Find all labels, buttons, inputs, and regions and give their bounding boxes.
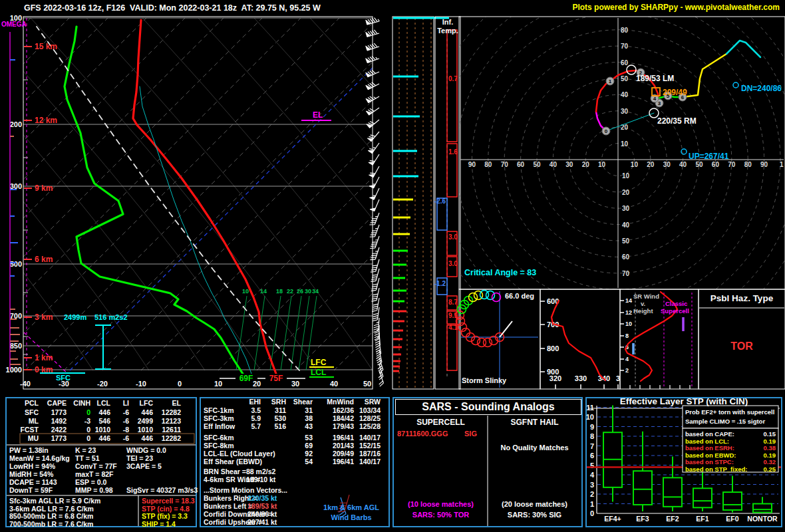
inf-temp-title-1: Inf.: [434, 18, 461, 27]
ring-label: 60: [517, 161, 525, 168]
kin-header: SRW: [365, 398, 381, 406]
lfc-label: LFC: [311, 358, 327, 367]
ring-label: 60: [622, 253, 630, 261]
slinky-angle-label: 66.0 deg: [505, 292, 534, 301]
kin-extra-label: BRN Shear =: [204, 467, 246, 475]
kin-cell: 152/15: [359, 442, 381, 450]
pcl-cell: -6: [123, 408, 129, 416]
stp-prob-value: 0.15: [764, 430, 776, 438]
kin-cell: 69: [305, 442, 313, 450]
advection-value: 8.7: [448, 299, 458, 306]
hodograph-trace-9-12km: [726, 41, 760, 57]
stp-box-EF1: [693, 471, 712, 511]
temperature-profile: [133, 20, 276, 374]
ring-label: 10: [598, 161, 606, 168]
pcl-header: CAPE: [47, 399, 67, 407]
kin-row-label: SFC-8km: [204, 442, 234, 450]
pcl-header: PCL: [25, 399, 39, 407]
kin-cell: 311: [275, 406, 286, 414]
thermo-item: DCAPE = 1143: [9, 478, 57, 486]
kin-cell: 201/43: [333, 442, 354, 450]
kin-row-label: Eff Inflow: [204, 422, 236, 430]
temperature-label: 20: [253, 380, 261, 388]
inf-temp-title-2: Temp.: [434, 27, 461, 35]
stp-ylabel: 0: [590, 509, 594, 517]
pcl-cell: 1010: [95, 426, 111, 434]
wind-barb-icon: [378, 358, 383, 373]
storm-motion-label: 209/49: [663, 88, 687, 97]
storm-motion-label: 189/53 LM: [636, 74, 674, 83]
index-item: SHIP = 1.4: [142, 520, 176, 528]
stp-ylabel: 5: [590, 462, 594, 469]
stp-ylabel: 10: [586, 413, 594, 421]
sars-hail-header: SGFNT HAIL: [488, 418, 581, 428]
stp-prob-value: 0.25: [764, 466, 776, 473]
pcl-header: LFC: [140, 399, 154, 407]
pcl-cell: -8: [123, 426, 129, 434]
index-item: STP (cin) = 4.8: [142, 505, 190, 513]
ring-label: 30: [621, 108, 629, 115]
stp-prob-label: based on STPC:: [685, 458, 734, 466]
kin-cell: 38: [305, 414, 313, 422]
pcl-cell: -6: [123, 417, 129, 425]
mixing-ratio-label: 30: [305, 288, 311, 295]
ring-label: 80: [621, 27, 629, 34]
pcl-cell: 446: [98, 434, 110, 442]
thermo-item: MidRH = 54%: [9, 470, 54, 478]
surface-temp-label: 75F: [269, 374, 283, 383]
kin-cell: 53: [305, 434, 313, 442]
ring-label: 30: [663, 161, 671, 168]
kin-cell: 196/41: [333, 434, 354, 442]
lapse-rate-item: 3-6km AGL LR = 7.6 C/km: [9, 505, 94, 513]
sars-hail-loose: (20 loose matches): [488, 500, 581, 509]
kin-cell: 5.7: [251, 422, 261, 430]
stp-legend-line2: Sample CLIMO = .15 sigtor: [685, 418, 765, 425]
windbarb-caption-2: Wind Barbs: [311, 513, 391, 522]
pcl-cell: 546: [98, 417, 110, 425]
pressure-label: 500: [10, 260, 22, 268]
stp-prob-label: based on LCL:: [685, 438, 729, 445]
storm-motion-value: 189/53 kt: [247, 502, 277, 510]
pressure-label: 1000: [6, 366, 22, 374]
kin-cell: 125/28: [359, 422, 381, 430]
pcl-cell: 1773: [51, 434, 67, 442]
pcl-cell: 1773: [51, 408, 67, 416]
pcl-row-label: MU: [28, 434, 39, 442]
temperature-label: 30: [291, 380, 299, 388]
height-label: 12 km: [35, 116, 57, 125]
storm-motion-title: ...Storm Motion Vectors...: [204, 486, 287, 494]
pcl-cell: 446: [141, 408, 153, 416]
thetae-xlabel: 3: [616, 374, 620, 382]
km-marker: 1: [609, 78, 612, 84]
index-item: Supercell = 18.3: [142, 497, 195, 505]
sars-hail-none: No Quality Matches: [488, 444, 581, 452]
stp-category: EF0: [726, 515, 738, 523]
thermo-item: 3CAPE = 5: [126, 462, 162, 470]
slinky-title: Storm Slinky: [462, 376, 506, 385]
inflow-height-label: 2499m: [64, 313, 86, 321]
pcl-header: CINH: [73, 399, 90, 407]
kin-cell: 54: [305, 458, 313, 466]
stp-prob-value: 0.32: [764, 458, 776, 466]
thermo-item: SigSvr = 40327 m3/s3: [126, 486, 198, 494]
kin-cell: 3.5: [251, 406, 261, 414]
pcl-cell: 1492: [51, 417, 67, 425]
srwind-ylabel: 10: [625, 321, 632, 327]
kin-cell: 140/17: [359, 458, 381, 466]
hazard-value: TOR: [699, 340, 785, 352]
thermo-item: MMP = 0.98: [75, 486, 113, 494]
advection-value: 0.7: [448, 75, 458, 82]
advection-value: 4.1: [448, 324, 458, 331]
temperature-label: -20: [97, 380, 108, 388]
wind-barb-icon: [369, 213, 379, 225]
kin-extra-value: 199/10 kt: [246, 475, 276, 483]
kin-cell: 196/41: [333, 458, 354, 466]
mixing-ratio-label: 18: [276, 288, 283, 295]
ring-label: 20: [582, 161, 590, 168]
el-label: EL: [313, 110, 323, 120]
sars-title: SARS - Sounding Analogs: [395, 399, 581, 415]
wetbulb-profile: [140, 86, 251, 374]
pcl-cell: -6: [123, 434, 129, 442]
storm-motion-label: Bunkers Left =: [204, 502, 252, 510]
kin-row-label: Eff Shear (EBWD): [204, 458, 262, 466]
